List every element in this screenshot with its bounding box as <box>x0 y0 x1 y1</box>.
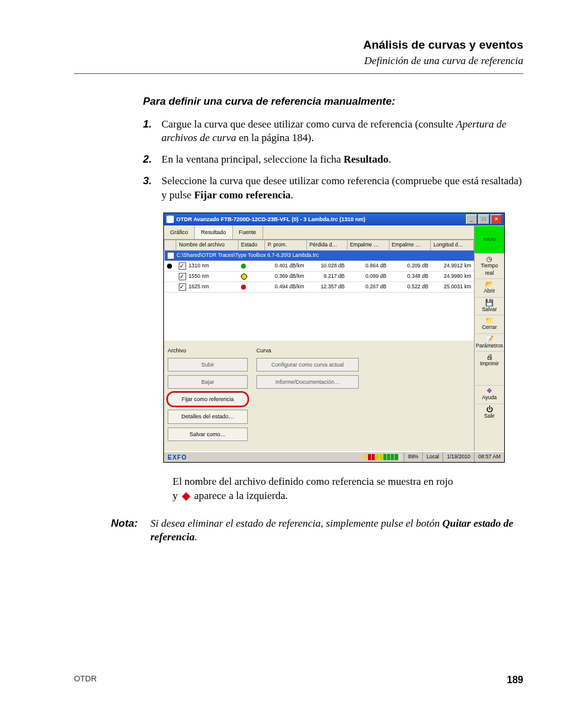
folder-icon: 📁 <box>476 317 503 324</box>
note-block: Nota: Si desea eliminar el estado de ref… <box>111 517 523 545</box>
configurar-curva-button[interactable]: Configurar como curva actual <box>256 358 359 371</box>
save-icon: 💾 <box>476 299 503 306</box>
detalles-estado-button[interactable]: Detalles del estado… <box>168 410 248 423</box>
app-window: OTDR Avanzado FTB-7200D-12CD-23B-VFL (0)… <box>163 213 505 462</box>
table-row[interactable]: 1310 nm 0.401 dB/km 10.028 dB 0.864 dB 0… <box>165 261 474 271</box>
row-checkbox[interactable] <box>179 273 186 280</box>
cell-emp2: 0.348 dB <box>389 271 431 282</box>
abrir-button[interactable]: 📂Abrir <box>475 278 504 296</box>
row-checkbox[interactable] <box>179 283 186 291</box>
wavelength: 1310 nm <box>189 262 209 269</box>
status-location: Local <box>422 452 443 462</box>
col-longitud: Longitud d… <box>431 240 474 250</box>
file-checkbox[interactable] <box>167 252 174 259</box>
imprimir-button[interactable]: 🖨Imprimir <box>475 351 504 369</box>
note-label: Nota: <box>111 517 150 545</box>
minimize-button[interactable]: _ <box>466 214 477 224</box>
page-header-subtitle: Definición de una curva de referencia <box>74 54 523 68</box>
diamond-icon <box>182 492 190 501</box>
col-empalme1: Empalme … <box>347 240 389 250</box>
file-path-row[interactable]: C:\Shared\OTDR Traces\Type Toolbox 6.7-6… <box>165 250 474 261</box>
ayuda-button[interactable]: ❖Ayuda <box>475 385 504 403</box>
col-empalme2: Empalme … <box>389 240 431 250</box>
tab-fuente[interactable]: Fuente <box>233 225 263 239</box>
note-body: Si desea eliminar el estado de referenci… <box>150 517 523 545</box>
cell-emp1: 0.267 dB <box>347 282 389 292</box>
titlebar: OTDR Avanzado FTB-7200D-12CD-23B-VFL (0)… <box>164 213 504 225</box>
cell-pprom: 0.494 dB/km <box>265 282 307 292</box>
table-header-row: Nombre del archivo Estado P. prom. Pérdi… <box>165 240 474 250</box>
plug-icon: ⚡ <box>361 453 368 461</box>
file-path: C:\Shared\OTDR Traces\Type Toolbox 6.7-6… <box>177 252 319 258</box>
cell-long: 24.9912 km <box>431 261 474 271</box>
cell-emp2: 0.209 dB <box>389 261 431 271</box>
step-list: 1. Cargue la curva que desee utilizar co… <box>143 118 523 203</box>
footer-left: OTDR <box>74 673 97 687</box>
step-item: 1. Cargue la curva que desee utilizar co… <box>143 118 523 146</box>
step-item: 3. Seleccione la curva que desee utiliza… <box>143 174 523 203</box>
page-footer: OTDR 189 <box>74 673 523 687</box>
wavelength: 1625 nm <box>189 283 209 290</box>
step-body: Seleccione la curva que desee utilizar c… <box>161 174 523 203</box>
row-marker-icon <box>167 264 172 269</box>
salvar-como-button[interactable]: Salvar como… <box>168 428 248 441</box>
edit-icon: 📝 <box>476 336 503 343</box>
group-archivo: Archivo Subir Bajar Fijar como referenci… <box>168 347 248 445</box>
clock-icon: ◷ <box>476 256 503 262</box>
tab-grafico[interactable]: Gráfico <box>164 225 195 239</box>
status-date: 1/19/2010 <box>443 452 474 462</box>
close-button[interactable]: ✕ <box>491 214 502 224</box>
table-row[interactable]: 1625 nm 0.494 dB/km 12.357 dB 0.267 dB 0… <box>165 282 474 292</box>
results-table: Nombre del archivo Estado P. prom. Pérdi… <box>164 240 474 292</box>
parametros-button[interactable]: 📝Parámetros <box>475 333 504 351</box>
cerrar-button[interactable]: 📁Cerrar <box>475 315 504 333</box>
col-mark <box>165 240 176 250</box>
help-icon: ❖ <box>476 387 503 394</box>
print-icon: 🖨 <box>476 354 503 360</box>
procedure-heading: Para definir una curva de referencia man… <box>143 95 523 109</box>
status-icon <box>241 285 246 290</box>
battery-percent: 89% <box>404 452 422 462</box>
step-number: 1. <box>143 118 161 146</box>
group-curva-title: Curva <box>256 347 359 354</box>
bajar-button[interactable]: Bajar <box>168 375 248 389</box>
col-estado: Estado <box>239 240 265 250</box>
statusbar: EXFO ⚡ 89% Local 1/19/2010 08:57 AM <box>164 451 504 462</box>
salvar-button[interactable]: 💾Salvar <box>475 297 504 315</box>
cell-emp2: 0.522 dB <box>389 282 431 292</box>
cell-perdida: 10.028 dB <box>307 261 348 271</box>
inicio-button[interactable]: Inicio <box>475 225 504 253</box>
col-pprom: P. prom. <box>265 240 307 250</box>
fijar-referencia-button[interactable]: Fijar como referencia <box>168 392 248 406</box>
salir-button[interactable]: ⏻Salir <box>475 404 504 421</box>
tab-resultado[interactable]: Resultado <box>195 225 233 239</box>
cell-long: 24.9980 km <box>431 271 474 282</box>
brand-logo: EXFO <box>164 452 202 462</box>
subir-button[interactable]: Subir <box>168 358 248 371</box>
group-curva: Curva Configurar como curva actual Infor… <box>256 347 359 445</box>
col-perdida: Pérdida d… <box>307 240 348 250</box>
row-checkbox[interactable] <box>179 262 186 270</box>
col-filename: Nombre del archivo <box>176 240 239 250</box>
table-row[interactable]: 1550 nm 0.369 dB/km 9.217 dB 0.099 dB 0.… <box>165 271 474 282</box>
step-body: En la ventana principal, seleccione la f… <box>161 153 523 167</box>
header-rule <box>74 73 523 74</box>
power-icon: ⏻ <box>476 406 503 413</box>
step-number: 2. <box>143 153 161 167</box>
step-number: 3. <box>143 174 161 203</box>
battery-indicator: ⚡ <box>359 452 404 462</box>
after-screenshot-text: El nombre del archivo definido como refe… <box>173 475 523 503</box>
maximize-button[interactable]: □ <box>478 214 489 224</box>
status-time: 08:57 AM <box>474 452 504 462</box>
cell-long: 25.0031 km <box>431 282 474 292</box>
sidebar: Inicio ◷Tiempo real 📂Abrir 💾Salvar 📁Cerr… <box>474 225 504 450</box>
cell-perdida: 9.217 dB <box>307 271 348 282</box>
open-icon: 📂 <box>476 281 503 288</box>
informe-button[interactable]: Informe/Documentación… <box>256 375 359 389</box>
cell-perdida: 12.357 dB <box>307 282 348 292</box>
app-icon <box>166 216 174 223</box>
wavelength: 1550 nm <box>189 273 209 279</box>
tiempo-real-button[interactable]: ◷Tiempo real <box>475 253 504 278</box>
cell-pprom: 0.369 dB/km <box>265 271 307 282</box>
cell-pprom: 0.401 dB/km <box>265 261 307 271</box>
